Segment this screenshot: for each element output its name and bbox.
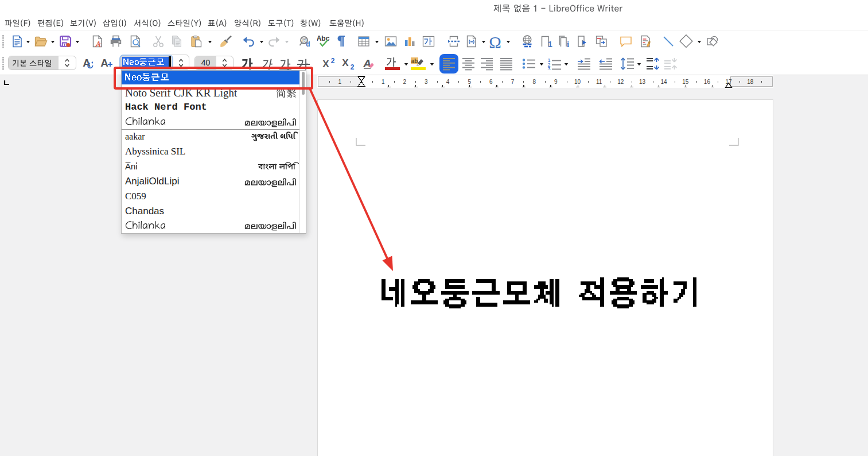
svg-text:4: 4 xyxy=(446,79,450,85)
svg-text:16: 16 xyxy=(704,79,711,85)
svg-text:d: d xyxy=(306,40,310,48)
svg-text:3: 3 xyxy=(547,66,550,70)
svg-text:7: 7 xyxy=(511,79,515,85)
svg-text:A: A xyxy=(100,57,108,69)
svg-text:6: 6 xyxy=(489,79,493,85)
svg-text:2: 2 xyxy=(351,63,355,71)
svg-text:X: X xyxy=(342,57,349,68)
svg-text:8: 8 xyxy=(532,79,536,85)
svg-text:9: 9 xyxy=(554,79,558,85)
svg-text:ab: ab xyxy=(411,58,418,64)
svg-text:11: 11 xyxy=(596,79,602,85)
svg-text:10: 10 xyxy=(574,79,581,85)
svg-text:Abc: Abc xyxy=(317,34,330,42)
svg-text:A: A xyxy=(363,57,371,69)
svg-text:X: X xyxy=(322,59,329,69)
svg-text:Ω: Ω xyxy=(489,34,501,48)
svg-text:i: i xyxy=(567,40,569,49)
svg-text:15: 15 xyxy=(682,79,689,85)
svg-text:13: 13 xyxy=(639,79,646,85)
svg-text:12: 12 xyxy=(617,79,624,85)
svg-text:1: 1 xyxy=(548,40,552,49)
svg-text:5: 5 xyxy=(468,79,471,85)
svg-text:3: 3 xyxy=(425,79,428,85)
svg-text:18: 18 xyxy=(747,79,754,85)
svg-text:14: 14 xyxy=(661,79,668,85)
svg-text:2: 2 xyxy=(331,57,335,65)
